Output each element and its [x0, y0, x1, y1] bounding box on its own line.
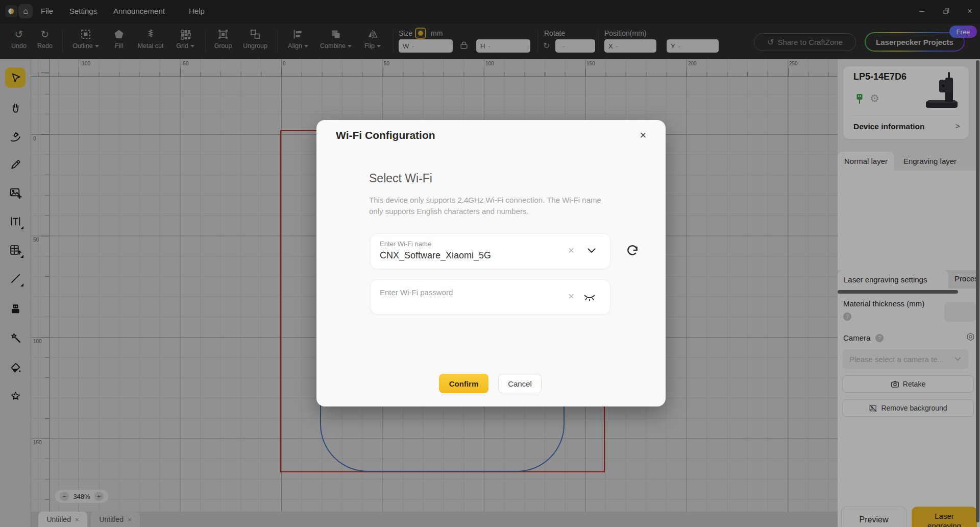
refresh-wifi-list-button[interactable]: [624, 243, 641, 259]
wifi-name-field[interactable]: Enter Wi-Fi name ×: [370, 233, 610, 269]
confirm-button[interactable]: Confirm: [439, 374, 488, 393]
refresh-icon: [626, 244, 639, 257]
wifi-description: This device only supports 2.4GHz Wi-Fi c…: [369, 195, 611, 217]
select-wifi-heading: Select Wi-Fi: [369, 172, 432, 185]
wifi-name-input[interactable]: [380, 250, 548, 261]
wifi-name-label: Enter Wi-Fi name: [380, 240, 431, 248]
wifi-password-field[interactable]: ×: [370, 279, 610, 315]
confirm-label: Confirm: [449, 379, 479, 388]
cancel-label: Cancel: [508, 379, 532, 388]
wifi-password-input[interactable]: [380, 288, 548, 297]
wifi-configuration-dialog: Wi-Fi Configuration × Select Wi-Fi This …: [316, 120, 666, 406]
clear-icon[interactable]: ×: [568, 291, 574, 301]
close-icon: ×: [640, 129, 647, 142]
dialog-close-button[interactable]: ×: [635, 127, 651, 143]
app-window: ⌂ File Settings Announcement Help – × ↺ …: [0, 0, 980, 527]
chevron-down-icon[interactable]: [587, 248, 596, 253]
eye-closed-icon[interactable]: [583, 294, 596, 301]
cancel-button[interactable]: Cancel: [498, 374, 542, 393]
dialog-title: Wi-Fi Configuration: [336, 129, 435, 141]
clear-icon[interactable]: ×: [568, 245, 574, 255]
